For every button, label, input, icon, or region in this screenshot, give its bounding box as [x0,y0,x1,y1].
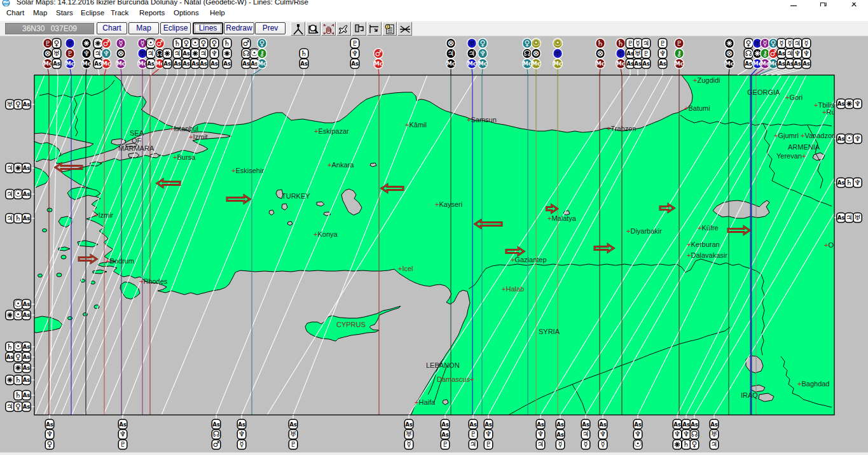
glyph-badge-su: ☉ [14,298,23,309]
svg-text:As: As [174,60,181,67]
svg-text:☉: ☉ [845,133,853,143]
svg-text:Mc: Mc [116,60,125,67]
svg-text:As: As [682,421,690,428]
glyph-badge-as: As [22,342,31,352]
menu-item-reports[interactable]: Reports [139,9,165,17]
glyph-badge-sa: ♄ [223,39,231,48]
glyph-badge-as: As [223,59,231,69]
svg-text:☿: ☿ [779,39,783,48]
glyph-badge-ju: ♃ [6,190,15,199]
svg-text:♃: ♃ [6,402,13,411]
svg-text:As: As [242,60,250,67]
close-button[interactable] [850,0,858,6]
glyph-badge-fo: ⊗ [596,48,605,59]
glyph-badge-me: ☿ [116,38,126,48]
glyph-badge-ju: ♃ [199,49,208,59]
lines-button[interactable]: Lines [193,22,223,34]
goto-point-icon[interactable] [367,22,382,36]
svg-text:♃: ♃ [6,190,13,199]
svg-text:♆: ♆ [238,430,245,438]
svg-text:♆: ♆ [103,49,109,58]
glyph-badge-as: As [441,419,450,429]
glyph-badge-ne: ♆ [118,430,127,439]
menu-item-stars[interactable]: Stars [56,9,73,17]
glyph-badge-sa: ♄ [616,38,626,48]
lines-cross-icon[interactable] [397,22,412,36]
glyph-badge-as: As [45,419,54,429]
paint-roller-icon[interactable] [352,22,366,36]
menu-item-chart[interactable]: Chart [6,9,24,17]
label-izmit: +Izmit [189,133,208,141]
menu-item-track[interactable]: Track [111,9,128,17]
svg-text:☿: ☿ [600,440,605,449]
glyph-badge-fo: ⊗ [446,38,456,48]
menu-item-map[interactable]: Map [33,9,47,17]
svg-text:As: As [23,165,31,171]
glyph-badge-fo: ⊗ [725,48,734,59]
chart-button[interactable]: Chart [97,22,127,34]
pan-hand-icon[interactable] [321,22,336,36]
glyph-badge-as: As [191,59,200,69]
glyph-badge-as: As [22,190,31,199]
astro-map[interactable]: +Istanbul+Izmit+BursaSEAOFMARMARA+Eskise… [0,0,868,455]
map-button[interactable]: Map [128,22,159,34]
restore-button[interactable] [819,0,828,6]
glyph-badge-pl: ♇ [350,39,359,48]
glyph-badge-as: As [242,59,251,69]
locate-tripod-icon[interactable] [291,22,305,36]
svg-text:Mc: Mc [258,60,266,67]
redraw-button[interactable]: Redraw [224,22,254,34]
glyph-badge-as: As [22,164,31,173]
glyph-badge-ve: ♀ [14,353,23,362]
svg-text:As: As [200,60,207,67]
svg-text:♀: ♀ [480,39,486,48]
svg-text:As: As [212,421,220,428]
svg-text:♅: ♅ [635,49,641,58]
glyph-badge-mc: Mc [116,59,126,69]
svg-text:As: As [837,179,845,186]
svg-text:♃: ♃ [6,164,13,172]
label-gori: +Gori [785,94,803,101]
label-lebanon: LEBANON [426,361,460,369]
glyph-badge-ur: ♅ [853,213,862,223]
svg-text:♆: ♆ [352,49,358,58]
report-info-icon[interactable]: i [382,22,397,36]
svg-text:♇: ♇ [120,440,126,449]
glyph-badge-ju: ♃ [6,402,15,412]
svg-text:♄: ♄ [617,39,624,48]
label-izmir: +Izmir [94,211,114,219]
glyph-badge-pl: ♇ [675,38,684,48]
glyph-badge-as: As [598,419,607,429]
glyph-badge-ju: ♃ [6,164,15,173]
svg-text:As: As [94,60,102,67]
svg-text:♆: ♆ [479,49,486,58]
menu-item-eclipse[interactable]: Eclipse [81,9,104,17]
svg-text:♀: ♀ [259,39,265,48]
svg-text:♂: ♂ [375,49,382,58]
marker-stem [600,69,600,76]
marker-stem [57,69,58,76]
menu-item-options[interactable]: Options [174,9,199,17]
glyph-badge-no: ☊ [523,48,532,59]
label-samsun: +Samsun [467,116,497,123]
label-kfre: +Küfre [698,224,719,232]
svg-text:♂: ♂ [156,39,163,48]
eclipse-button[interactable]: Eclipse [160,22,191,34]
glyph-badge-ne: ♆ [853,134,862,144]
travel-plane-icon[interactable] [336,22,351,36]
zoom-icon[interactable] [306,22,320,36]
glyph-badge-me: ☿ [777,39,786,48]
svg-text:As: As [23,392,31,398]
label-rhodes: +Rhodes [139,277,168,285]
svg-text:♆: ♆ [635,430,641,438]
glyph-badge-as: As [163,59,172,69]
svg-text:As: As [147,60,155,67]
svg-text:⚷: ⚷ [677,49,682,58]
minimize-button[interactable] [789,0,798,6]
prev-button[interactable]: Prev [255,22,286,34]
glyph-badge-ju: ♃ [6,214,15,223]
svg-text:♄: ♄ [15,375,22,384]
menu-item-help[interactable]: Help [210,9,225,17]
svg-text:As: As [441,431,449,438]
glyph-badge-me: ☿ [237,440,246,449]
